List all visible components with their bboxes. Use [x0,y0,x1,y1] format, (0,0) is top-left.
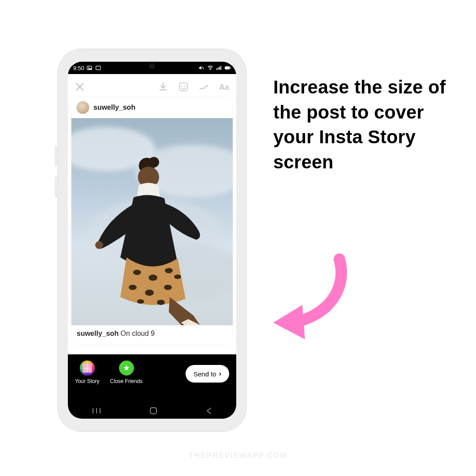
svg-rect-12 [179,83,187,91]
text-icon[interactable]: Aa [219,82,229,92]
chevron-right-icon: › [219,370,221,378]
svg-point-26 [174,275,181,279]
phone-frame: 9:50 Aa [57,48,247,432]
caption-username: suwelly_soh [77,330,119,337]
svg-rect-9 [230,67,231,69]
svg-point-28 [157,300,165,305]
phone-screen: 9:50 Aa [68,62,236,419]
svg-rect-8 [225,67,230,70]
reshared-post[interactable]: suwelly_soh [71,97,233,345]
svg-rect-5 [218,67,219,70]
post-header: suwelly_soh [71,97,233,118]
svg-point-27 [137,299,144,304]
phone-side-button [55,145,57,167]
android-nav-bar [68,403,236,419]
svg-point-24 [145,290,154,296]
download-icon[interactable] [158,82,168,92]
watermark: THEPREVIEWAPP.COM [189,451,287,460]
home-icon[interactable] [149,406,158,415]
avatar [77,101,89,114]
volume-mute-icon [198,66,205,70]
battery-icon [225,66,231,70]
wifi-icon [207,66,213,70]
svg-point-23 [129,285,137,290]
android-status-bar: 9:50 [68,62,236,74]
svg-point-14 [184,86,186,87]
status-time: 9:50 [73,65,84,71]
svg-point-20 [133,270,141,275]
svg-rect-32 [150,408,156,414]
svg-text:Aa: Aa [219,83,229,92]
svg-point-19 [95,241,103,249]
close-icon[interactable] [75,82,85,92]
sticker-icon[interactable] [178,82,189,92]
send-to-button[interactable]: Send to › [186,365,229,383]
your-story-button[interactable]: Your Story [75,361,100,384]
image-indicator-icon [87,66,93,70]
caption-text: On cloud 9 [119,330,155,337]
post-caption: suwelly_soh On cloud 9 [71,325,233,345]
back-icon[interactable] [205,407,212,414]
your-story-icon [80,361,95,376]
svg-point-17 [149,157,159,167]
instruction-text: Increase the size of the post to cover y… [273,75,450,175]
svg-rect-6 [219,67,220,70]
svg-rect-7 [220,66,221,70]
post-image [71,118,233,325]
story-canvas[interactable]: suwelly_soh [68,100,236,354]
close-friends-label: Close Friends [110,378,143,384]
story-editor-toolbar: Aa [68,74,236,100]
svg-point-13 [182,86,183,87]
camera-notch [149,63,155,69]
post-username: suwelly_soh [93,104,135,112]
signal-icon [216,66,222,70]
phone-side-button [55,176,57,197]
svg-rect-2 [96,66,101,70]
svg-rect-4 [216,68,217,70]
pink-arrow-icon [264,247,361,344]
svg-point-1 [88,67,89,68]
story-share-bar: Your Story ★ Close Friends Send to › [68,354,236,403]
your-story-label: Your Story [75,378,100,384]
close-friends-icon: ★ [119,361,134,376]
svg-point-25 [164,285,172,290]
svg-point-21 [149,275,157,281]
send-to-label: Send to [193,370,216,378]
person-illustration [95,145,209,325]
svg-point-22 [165,268,173,273]
recent-apps-icon[interactable] [92,407,101,414]
notification-indicator-icon [96,66,102,70]
close-friends-button[interactable]: ★ Close Friends [110,361,143,384]
draw-icon[interactable] [198,82,209,92]
svg-line-3 [202,67,204,69]
